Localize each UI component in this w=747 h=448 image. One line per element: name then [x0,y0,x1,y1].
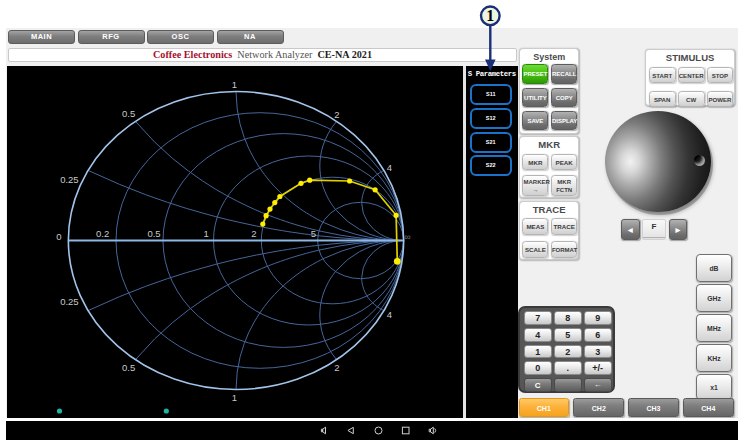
svg-text:5: 5 [311,228,316,239]
svg-text:0.2: 0.2 [96,228,109,239]
svg-text:0: 0 [56,231,61,242]
svg-text:1: 1 [232,392,237,403]
svg-text:∞: ∞ [404,232,410,242]
svg-text:1: 1 [486,7,494,24]
svg-text:2: 2 [334,362,339,373]
svg-text:4: 4 [387,162,392,173]
svg-text:2: 2 [251,228,256,239]
svg-text:4: 4 [387,309,392,320]
svg-text:0.5: 0.5 [147,228,160,239]
svg-text:0.5: 0.5 [122,108,135,119]
svg-text:1: 1 [204,228,209,239]
svg-text:0.25: 0.25 [60,296,79,307]
svg-text:2: 2 [334,109,339,120]
svg-text:1: 1 [232,79,237,90]
svg-text:0.25: 0.25 [60,174,79,185]
svg-text:0.5: 0.5 [122,362,135,373]
